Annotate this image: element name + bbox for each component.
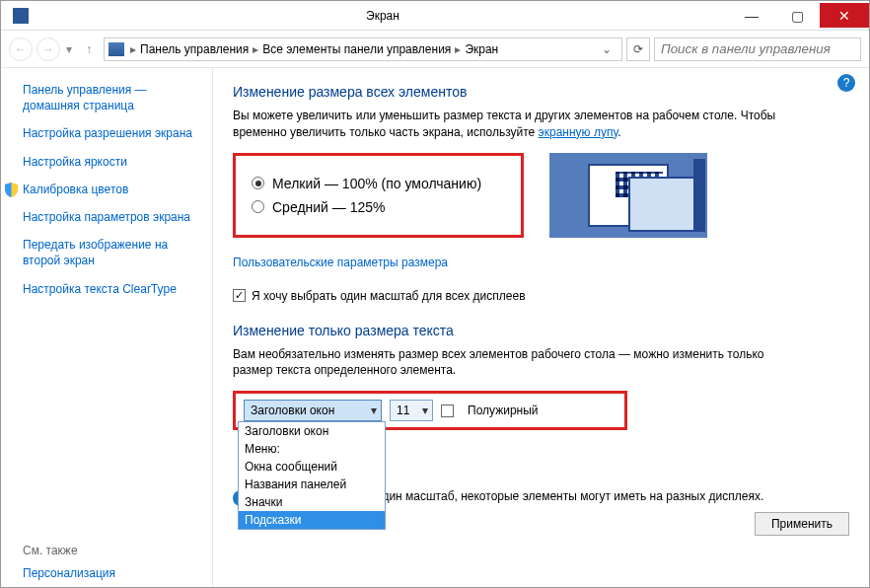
minimize-button[interactable]: —	[729, 3, 774, 28]
side-calibrate[interactable]: Калибровка цветов	[23, 182, 202, 197]
up-button[interactable]: ↑	[78, 38, 100, 60]
heading-resize-all: Изменение размера всех элементов	[233, 84, 849, 100]
see-also-label: См. также	[23, 544, 202, 557]
single-scale-label: Я хочу выбрать один масштаб для всех дис…	[252, 289, 526, 303]
see-also-personalization[interactable]: Персонализация	[23, 565, 202, 581]
search-input[interactable]	[654, 37, 861, 61]
window-title: Экран	[36, 9, 729, 23]
dd-item-menu[interactable]: Меню:	[239, 440, 385, 458]
side-display-settings[interactable]: Настройка параметров экрана	[23, 209, 202, 225]
back-button[interactable]: ←	[9, 37, 33, 61]
crumb-dropdown[interactable]: ⌄	[596, 42, 617, 56]
dd-item-panels[interactable]: Названия панелей	[239, 476, 385, 493]
scale-radio-group: Мелкий — 100% (по умолчанию) Средний — 1…	[233, 153, 524, 238]
side-cleartype[interactable]: Настройка текста ClearType	[23, 281, 202, 297]
maximize-button[interactable]: ▢	[774, 3, 820, 28]
app-icon	[13, 8, 29, 24]
preview-image	[549, 153, 707, 238]
single-scale-row: Я хочу выбрать один масштаб для всех дис…	[233, 289, 849, 303]
bold-checkbox[interactable]	[441, 404, 454, 417]
radio-dot-icon	[252, 200, 264, 213]
side-project[interactable]: Передать изображение на второй экран	[23, 237, 202, 268]
crumb-all-items[interactable]: Все элементы панели управления	[260, 42, 453, 56]
side-resolution[interactable]: Настройка разрешения экрана	[23, 125, 202, 141]
close-button[interactable]: ✕	[820, 3, 869, 28]
single-scale-checkbox[interactable]	[233, 289, 246, 302]
custom-size-link[interactable]: Пользовательские параметры размера	[233, 256, 448, 269]
side-brightness[interactable]: Настройка яркости	[23, 154, 202, 170]
radio-dot-icon	[252, 177, 264, 189]
dd-item-msgbox[interactable]: Окна сообщений	[239, 458, 385, 476]
side-calibrate-label: Калибровка цветов	[23, 183, 128, 196]
monitor-icon	[109, 42, 124, 56]
address-bar: ← → ▾ ↑ ▸ Панель управления ▸ Все элемен…	[1, 31, 869, 68]
radio-medium[interactable]: Средний — 125%	[252, 199, 481, 215]
radio-small-label: Мелкий — 100% (по умолчанию)	[272, 176, 481, 191]
intro-text: Вы можете увеличить или уменьшить размер…	[233, 108, 785, 141]
sidebar: Панель управления — домашняя страница На…	[1, 68, 213, 588]
see-also: См. также Персонализация Устройства и пр…	[23, 544, 202, 588]
dd-item-tooltips[interactable]: Подсказки	[239, 511, 385, 529]
apply-button[interactable]: Применить	[755, 512, 849, 536]
element-dropdown: Заголовки окон Меню: Окна сообщений Назв…	[238, 421, 386, 530]
heading-text-only: Изменение только размера текста	[233, 323, 849, 338]
size-select[interactable]: 11	[390, 400, 433, 421]
crumb-display[interactable]: Экран	[463, 42, 500, 56]
content: ? Изменение размера всех элементов Вы мо…	[213, 68, 869, 588]
element-select[interactable]: Заголовки окон	[244, 400, 382, 421]
crumb-control-panel[interactable]: Панель управления	[138, 42, 251, 56]
breadcrumb[interactable]: ▸ Панель управления ▸ Все элементы панел…	[104, 37, 622, 61]
text-size-block: Заголовки окон 11 Полужирный Заголовки о…	[233, 391, 627, 430]
radio-medium-label: Средний — 125%	[272, 199, 386, 215]
magnifier-link[interactable]: экранную лупу	[539, 125, 618, 139]
dd-item-titles[interactable]: Заголовки окон	[239, 422, 385, 440]
help-icon[interactable]: ?	[837, 74, 855, 92]
bold-label: Полужирный	[468, 404, 539, 417]
titlebar: Экран — ▢ ✕	[1, 1, 869, 31]
radio-small[interactable]: Мелкий — 100% (по умолчанию)	[252, 176, 481, 191]
side-home[interactable]: Панель управления — домашняя страница	[23, 82, 202, 113]
text-intro: Вам необязательно изменять размер всех э…	[233, 346, 785, 380]
refresh-button[interactable]: ⟳	[626, 37, 650, 61]
forward-button[interactable]: →	[36, 37, 60, 61]
shield-icon	[5, 183, 18, 197]
dd-item-icons[interactable]: Значки	[239, 493, 385, 511]
